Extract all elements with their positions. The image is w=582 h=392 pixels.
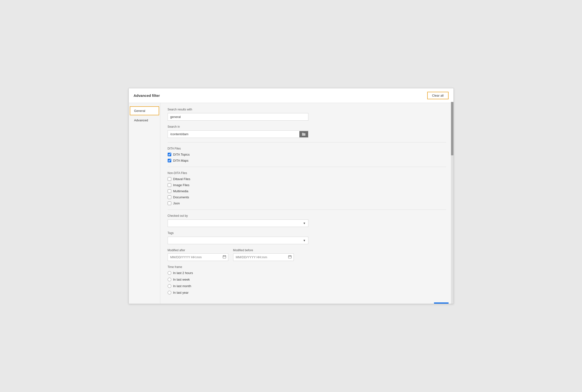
modified-before-calendar-button[interactable]	[286, 254, 294, 261]
documents-label[interactable]: Documents	[173, 196, 189, 199]
dialog-body: General Advanced Search results with Sea…	[129, 103, 453, 304]
radio-2hours-label[interactable]: In last 2 hours	[173, 271, 193, 275]
search-in-input[interactable]	[168, 130, 299, 138]
folder-browse-button[interactable]	[299, 131, 308, 138]
sidebar-item-advanced[interactable]: Advanced	[130, 116, 159, 125]
dita-topics-item: DITA Topics	[168, 153, 446, 156]
dita-files-section: DITA Files DITA Topics DITA Maps	[168, 147, 446, 162]
ditaval-checkbox[interactable]	[168, 177, 171, 181]
dita-maps-item: DITA Maps	[168, 159, 446, 162]
dialog-header: Advanced filter Clear all	[129, 88, 453, 103]
modified-after-group: Modified after	[168, 248, 228, 261]
tags-label: Tags	[168, 231, 446, 235]
footer-blue-bar	[434, 302, 449, 304]
multimedia-checkbox[interactable]	[168, 189, 171, 193]
image-label[interactable]: Image Files	[173, 183, 189, 187]
checked-out-section: Checked out by ▼	[168, 214, 446, 227]
search-in-section: Search in	[168, 125, 446, 138]
radio-month: In last month	[168, 284, 446, 288]
scrollbar-thumb[interactable]	[451, 102, 453, 155]
checked-out-label: Checked out by	[168, 214, 446, 218]
advanced-filter-dialog: Advanced filter Clear all General Advanc…	[129, 88, 454, 304]
svg-rect-0	[223, 256, 226, 258]
search-results-label: Search results with	[168, 108, 446, 111]
tags-wrapper: ▼	[168, 237, 308, 244]
documents-checkbox[interactable]	[168, 196, 171, 199]
modified-after-input-row	[168, 254, 228, 261]
multimedia-item: Multimedia	[168, 189, 446, 193]
main-content: Search results with Search in D	[160, 103, 453, 304]
sidebar-item-general[interactable]: General	[130, 106, 159, 115]
radio-year: In last year	[168, 291, 446, 294]
checked-out-select[interactable]	[168, 220, 308, 227]
modified-before-group: Modified before	[233, 248, 294, 261]
date-row: Modified after	[168, 248, 446, 261]
time-frame-section: Time frame In last 2 hours In last week …	[168, 265, 446, 294]
search-results-section: Search results with	[168, 108, 446, 121]
clear-all-button[interactable]: Clear all	[427, 92, 449, 99]
modified-after-label: Modified after	[168, 248, 228, 252]
svg-rect-2	[225, 255, 225, 256]
divider-1	[168, 142, 446, 142]
radio-month-label[interactable]: In last month	[173, 284, 191, 288]
json-item: Json	[168, 202, 446, 205]
search-in-label: Search in	[168, 125, 446, 128]
modified-before-label: Modified before	[233, 248, 294, 252]
scrollbar-track[interactable]	[451, 102, 453, 304]
radio-week: In last week	[168, 278, 446, 281]
svg-rect-5	[290, 255, 291, 256]
image-checkbox[interactable]	[168, 183, 171, 187]
svg-rect-4	[289, 255, 289, 256]
dita-maps-label[interactable]: DITA Maps	[173, 159, 188, 162]
json-label[interactable]: Json	[173, 202, 180, 205]
svg-rect-3	[288, 256, 291, 258]
ditaval-item: Ditaval Files	[168, 177, 446, 181]
search-in-row	[168, 130, 308, 138]
sidebar: General Advanced	[129, 103, 160, 304]
search-results-input[interactable]	[168, 113, 308, 121]
ditaval-label[interactable]: Ditaval Files	[173, 177, 190, 181]
radio-week-label[interactable]: In last week	[173, 278, 190, 281]
radio-month-input[interactable]	[168, 284, 171, 288]
dita-topics-checkbox[interactable]	[168, 153, 171, 156]
documents-item: Documents	[168, 196, 446, 199]
modified-after-input[interactable]	[168, 254, 221, 261]
dialog-title: Advanced filter	[134, 94, 160, 98]
tags-select[interactable]	[168, 237, 308, 244]
tags-section: Tags ▼	[168, 231, 446, 244]
radio-2hours-input[interactable]	[168, 271, 171, 275]
modified-after-calendar-button[interactable]	[221, 254, 228, 261]
json-checkbox[interactable]	[168, 202, 171, 205]
dita-files-label: DITA Files	[168, 147, 446, 150]
divider-2	[168, 167, 446, 167]
checked-out-wrapper: ▼	[168, 220, 308, 227]
radio-week-input[interactable]	[168, 278, 171, 281]
svg-rect-1	[223, 255, 224, 256]
image-item: Image Files	[168, 183, 446, 187]
multimedia-label[interactable]: Multimedia	[173, 189, 188, 193]
radio-2hours: In last 2 hours	[168, 271, 446, 275]
radio-year-input[interactable]	[168, 291, 171, 294]
dita-maps-checkbox[interactable]	[168, 159, 171, 162]
divider-3	[168, 210, 446, 210]
non-dita-label: Non-DITA Files	[168, 171, 446, 175]
modified-before-input-row	[233, 254, 294, 261]
radio-year-label[interactable]: In last year	[173, 291, 189, 294]
modified-before-input[interactable]	[233, 254, 286, 261]
dita-topics-label[interactable]: DITA Topics	[173, 153, 190, 156]
non-dita-section: Non-DITA Files Ditaval Files Image Files…	[168, 171, 446, 205]
time-frame-label: Time frame	[168, 265, 446, 269]
